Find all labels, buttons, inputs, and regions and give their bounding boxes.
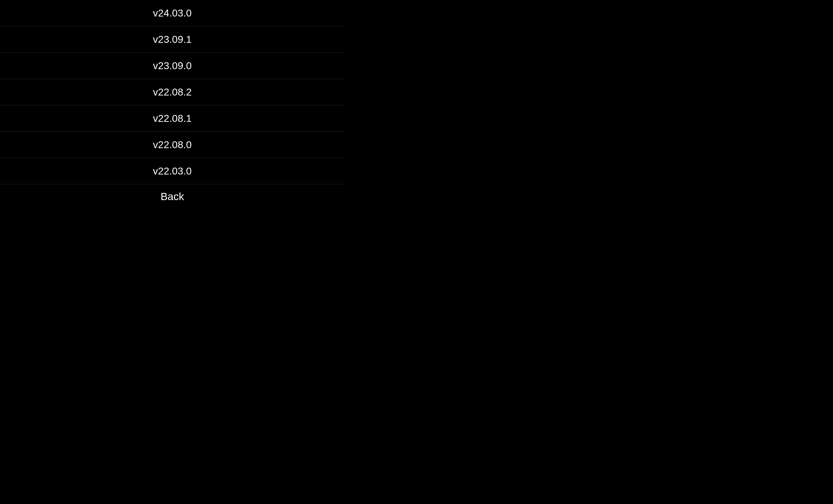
version-item[interactable]: v23.09.1 xyxy=(0,26,344,53)
version-item-label: v23.09.1 xyxy=(153,34,191,45)
back-button[interactable]: Back xyxy=(0,184,344,209)
version-item[interactable]: v22.08.1 xyxy=(0,105,344,131)
version-item-label: v22.03.0 xyxy=(153,165,191,177)
version-item-label: v23.09.0 xyxy=(153,60,191,72)
version-item[interactable]: v22.03.0 xyxy=(0,158,344,184)
version-menu-list: v24.03.0 v23.09.1 v23.09.0 v22.08.2 v22.… xyxy=(0,0,344,184)
version-item-label: v22.08.1 xyxy=(153,113,191,124)
version-item-label: v22.08.2 xyxy=(153,87,191,98)
version-item-label: v24.03.0 xyxy=(153,7,191,19)
version-item[interactable]: v22.08.0 xyxy=(0,131,344,158)
version-item[interactable]: v24.03.0 xyxy=(0,0,344,26)
version-item[interactable]: v23.09.0 xyxy=(0,53,344,79)
version-item[interactable]: v22.08.2 xyxy=(0,79,344,105)
back-button-label: Back xyxy=(161,190,184,202)
version-item-label: v22.08.0 xyxy=(153,139,191,151)
